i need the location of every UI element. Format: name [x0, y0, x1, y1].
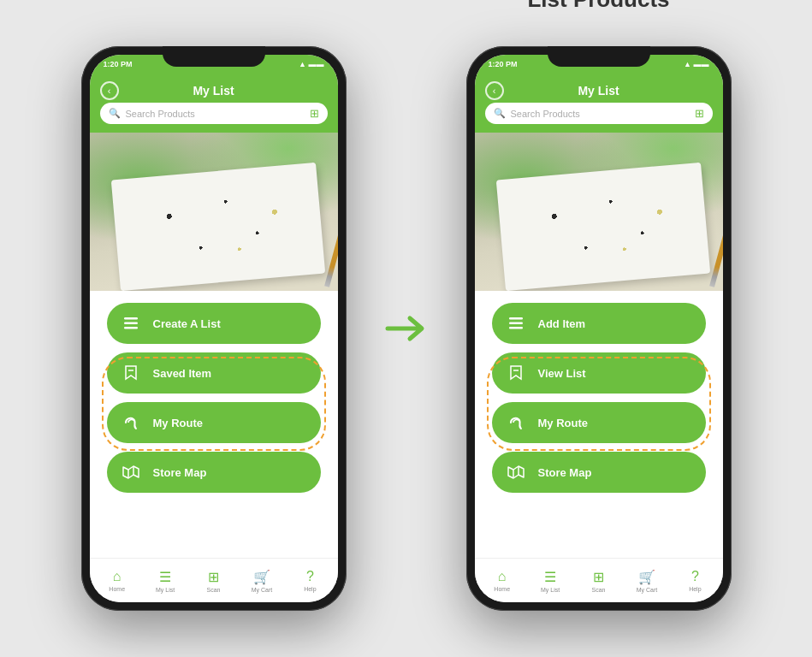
mylist-icon-right: ☰ — [544, 569, 556, 585]
store-map-label-right: Store Map — [538, 466, 592, 479]
nav-home-label-right: Home — [494, 586, 510, 592]
svg-rect-8 — [509, 327, 523, 329]
store-map-button-left[interactable]: Store Map — [107, 452, 321, 493]
scan-icon-left: ⊞ — [208, 569, 219, 585]
header-row-right: ‹ My List — [485, 84, 713, 98]
nav-home-left[interactable]: ⌂ Home — [93, 569, 141, 592]
nav-scan-left[interactable]: ⊞ Scan — [189, 569, 237, 593]
svg-rect-1 — [124, 323, 138, 325]
header-left: ‹ My List 🔍 Search Products ⊞ — [90, 80, 338, 133]
search-placeholder-left: Search Products — [126, 109, 305, 119]
nav-help-right[interactable]: ? Help — [671, 569, 719, 592]
phone-frame-right: 1:20 PM ▲ ▬▬ ‹ My List 🔍 Search Products… — [466, 46, 732, 611]
saved-item-icon — [121, 363, 141, 383]
home-icon-left: ⌂ — [113, 569, 122, 584]
nav-help-label-right: Help — [689, 586, 701, 592]
cart-icon-left: 🛒 — [253, 569, 270, 585]
header-title-left: My List — [193, 84, 234, 98]
my-route-button-left[interactable]: My Route — [107, 402, 321, 443]
my-route-label-left: My Route — [153, 417, 204, 429]
phone-screen-right: 1:20 PM ▲ ▬▬ ‹ My List 🔍 Search Products… — [475, 55, 723, 602]
help-icon-right: ? — [691, 569, 699, 584]
header-right: ‹ My List 🔍 Search Products ⊞ — [475, 80, 723, 133]
product-image-left — [90, 133, 338, 291]
header-row-left: ‹ My List — [100, 84, 328, 98]
create-list-button[interactable]: Create A List — [107, 303, 321, 344]
phone-frame-left: 1:20 PM ▲ ▬▬ ‹ My List 🔍 Search Products… — [81, 46, 347, 611]
back-button-left[interactable]: ‹ — [100, 81, 119, 100]
bottom-nav-right: ⌂ Home ☰ My List ⊞ Scan 🛒 — [475, 558, 723, 602]
nav-home-label-left: Home — [109, 586, 125, 592]
buttons-area-right: Add Item View List — [475, 291, 723, 558]
nav-scan-label-right: Scan — [592, 587, 606, 593]
notebook-right — [495, 163, 709, 291]
list-products-label: List Products — [527, 0, 669, 13]
arrow-container — [381, 303, 432, 354]
arrow-icon — [381, 303, 432, 354]
svg-rect-6 — [509, 317, 523, 320]
add-item-icon — [506, 313, 526, 334]
status-icons-right: ▲ ▬▬ — [684, 60, 708, 68]
add-item-label: Add Item — [538, 317, 586, 330]
my-route-button-right[interactable]: My Route — [492, 402, 706, 443]
home-icon-right: ⌂ — [498, 569, 507, 584]
filter-icon-left[interactable]: ⊞ — [310, 107, 319, 120]
nav-cart-label-right: My Cart — [637, 587, 658, 593]
view-list-label: View List — [538, 367, 586, 380]
nav-scan-label-left: Scan — [207, 587, 221, 593]
phone-right: List Products 1:20 PM ▲ ▬▬ ‹ My List — [466, 46, 732, 611]
nav-help-label-left: Help — [304, 586, 316, 592]
product-image-right — [475, 133, 723, 291]
my-route-icon-left — [121, 412, 141, 433]
back-button-right[interactable]: ‹ — [485, 81, 504, 100]
cart-icon-right: 🛒 — [638, 569, 655, 585]
view-list-button[interactable]: View List — [492, 352, 706, 394]
search-bar-left[interactable]: 🔍 Search Products ⊞ — [100, 103, 328, 124]
search-icon-left: 🔍 — [109, 108, 121, 119]
status-time-right: 1:20 PM — [489, 60, 518, 68]
nav-cart-left[interactable]: 🛒 My Cart — [238, 569, 286, 593]
add-item-button[interactable]: Add Item — [492, 303, 706, 344]
notch-left — [163, 46, 265, 67]
create-list-icon — [121, 313, 141, 334]
my-route-icon-right — [506, 412, 526, 433]
svg-rect-0 — [124, 317, 138, 320]
help-icon-left: ? — [306, 569, 314, 584]
search-bar-right[interactable]: 🔍 Search Products ⊞ — [485, 103, 713, 124]
store-map-icon-left — [121, 462, 141, 482]
notebook-left — [110, 163, 324, 291]
svg-rect-2 — [124, 327, 138, 329]
view-list-icon — [506, 363, 526, 383]
store-map-button-right[interactable]: Store Map — [492, 452, 706, 493]
nav-scan-right[interactable]: ⊞ Scan — [574, 569, 622, 593]
bottom-nav-left: ⌂ Home ☰ My List ⊞ Scan 🛒 — [90, 558, 338, 602]
phone-left: 1:20 PM ▲ ▬▬ ‹ My List 🔍 Search Products… — [81, 46, 347, 611]
nav-mylist-label-left: My List — [156, 587, 175, 593]
nav-mylist-right[interactable]: ☰ My List — [526, 569, 574, 593]
nav-mylist-label-right: My List — [541, 587, 560, 593]
saved-item-button[interactable]: Saved Item — [107, 352, 321, 394]
scene: 1:20 PM ▲ ▬▬ ‹ My List 🔍 Search Products… — [81, 46, 732, 611]
status-time-left: 1:20 PM — [104, 60, 133, 68]
search-icon-right: 🔍 — [494, 108, 506, 119]
create-list-label: Create A List — [153, 317, 221, 330]
nav-mylist-left[interactable]: ☰ My List — [141, 569, 189, 593]
svg-rect-7 — [509, 323, 523, 325]
nav-cart-label-left: My Cart — [252, 587, 273, 593]
store-map-label-left: Store Map — [153, 466, 207, 479]
saved-item-label: Saved Item — [153, 367, 212, 380]
nav-home-right[interactable]: ⌂ Home — [478, 569, 526, 592]
scan-icon-right: ⊞ — [593, 569, 604, 585]
nav-help-left[interactable]: ? Help — [286, 569, 334, 592]
phone-screen-left: 1:20 PM ▲ ▬▬ ‹ My List 🔍 Search Products… — [90, 55, 338, 602]
search-placeholder-right: Search Products — [511, 109, 690, 119]
store-map-icon-right — [506, 462, 526, 482]
filter-icon-right[interactable]: ⊞ — [695, 107, 704, 120]
my-route-label-right: My Route — [538, 417, 589, 429]
nav-cart-right[interactable]: 🛒 My Cart — [623, 569, 671, 593]
header-title-right: My List — [578, 84, 619, 98]
notch-right — [548, 46, 650, 67]
buttons-area-left: Create A List Saved Item — [90, 291, 338, 558]
mylist-icon-left: ☰ — [159, 569, 171, 585]
status-icons-left: ▲ ▬▬ — [299, 60, 323, 68]
